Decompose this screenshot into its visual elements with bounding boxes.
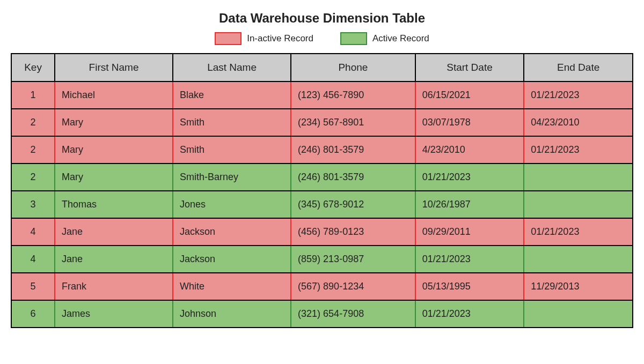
cell-end-date [524,164,633,191]
col-end-date: End Date [524,54,633,81]
table-row: 3ThomasJones(345) 678-901210/26/1987 [11,191,633,218]
cell-phone: (234) 567-8901 [291,109,415,136]
cell-phone: (246) 801-3579 [291,164,415,191]
cell-start-date: 01/21/2023 [415,246,524,273]
cell-first-name: Thomas [55,191,173,218]
active-swatch-icon [340,32,367,45]
cell-key: 2 [11,164,55,191]
cell-start-date: 05/13/1995 [415,273,524,300]
cell-key: 1 [11,81,55,109]
dimension-table-diagram: Data Warehouse Dimension Table In-active… [11,11,633,328]
cell-first-name: Frank [55,273,173,300]
legend-item-inactive: In-active Record [215,32,313,45]
cell-start-date: 06/15/2021 [415,81,524,109]
col-last-name: Last Name [173,54,291,81]
table-row: 1MichaelBlake(123) 456-789006/15/202101/… [11,81,633,109]
cell-end-date: 01/21/2023 [524,136,633,164]
cell-phone: (345) 678-9012 [291,191,415,218]
col-key: Key [11,54,55,81]
page-title: Data Warehouse Dimension Table [11,11,633,26]
inactive-swatch-icon [215,32,241,45]
table-row: 4JaneJackson(859) 213-098701/21/2023 [11,246,633,273]
cell-key: 6 [11,300,55,328]
cell-start-date: 09/29/2011 [415,218,524,246]
table-row: 4JaneJackson(456) 789-012309/29/201101/2… [11,218,633,246]
cell-first-name: Mary [55,164,173,191]
cell-phone: (456) 789-0123 [291,218,415,246]
cell-end-date: 11/29/2013 [524,273,633,300]
cell-last-name: Blake [173,81,291,109]
table-row: 2MarySmith(234) 567-890103/07/197804/23/… [11,109,633,136]
cell-phone: (567) 890-1234 [291,273,415,300]
cell-end-date [524,246,633,273]
cell-phone: (859) 213-0987 [291,246,415,273]
col-first-name: First Name [55,54,173,81]
cell-start-date: 01/21/2023 [415,164,524,191]
cell-key: 3 [11,191,55,218]
legend-item-active: Active Record [340,32,429,45]
cell-phone: (246) 801-3579 [291,136,415,164]
cell-last-name: Jackson [173,218,291,246]
cell-key: 2 [11,136,55,164]
cell-start-date: 01/21/2023 [415,300,524,328]
cell-last-name: Smith [173,109,291,136]
cell-last-name: Smith-Barney [173,164,291,191]
legend-active-label: Active Record [372,33,429,44]
cell-phone: (123) 456-7890 [291,81,415,109]
cell-key: 4 [11,246,55,273]
dimension-table: Key First Name Last Name Phone Start Dat… [11,53,633,328]
table-row: 2MarySmith-Barney(246) 801-357901/21/202… [11,164,633,191]
cell-first-name: Michael [55,81,173,109]
cell-start-date: 4/23/2010 [415,136,524,164]
cell-phone: (321) 654-7908 [291,300,415,328]
cell-key: 4 [11,218,55,246]
cell-last-name: White [173,273,291,300]
cell-first-name: James [55,300,173,328]
cell-first-name: Mary [55,109,173,136]
table-row: 6JamesJohnson(321) 654-790801/21/2023 [11,300,633,328]
cell-last-name: Smith [173,136,291,164]
cell-last-name: Johnson [173,300,291,328]
legend-inactive-label: In-active Record [247,33,313,44]
cell-start-date: 03/07/1978 [415,109,524,136]
cell-end-date [524,191,633,218]
cell-last-name: Jackson [173,246,291,273]
cell-first-name: Jane [55,246,173,273]
table-row: 2MarySmith(246) 801-35794/23/201001/21/2… [11,136,633,164]
cell-first-name: Mary [55,136,173,164]
cell-end-date: 04/23/2010 [524,109,633,136]
col-start-date: Start Date [415,54,524,81]
cell-key: 5 [11,273,55,300]
table-row: 5FrankWhite(567) 890-123405/13/199511/29… [11,273,633,300]
cell-end-date: 01/21/2023 [524,218,633,246]
cell-end-date: 01/21/2023 [524,81,633,109]
table-header-row: Key First Name Last Name Phone Start Dat… [11,54,633,81]
col-phone: Phone [291,54,415,81]
cell-last-name: Jones [173,191,291,218]
legend: In-active Record Active Record [11,32,633,45]
cell-key: 2 [11,109,55,136]
cell-end-date [524,300,633,328]
cell-start-date: 10/26/1987 [415,191,524,218]
cell-first-name: Jane [55,218,173,246]
